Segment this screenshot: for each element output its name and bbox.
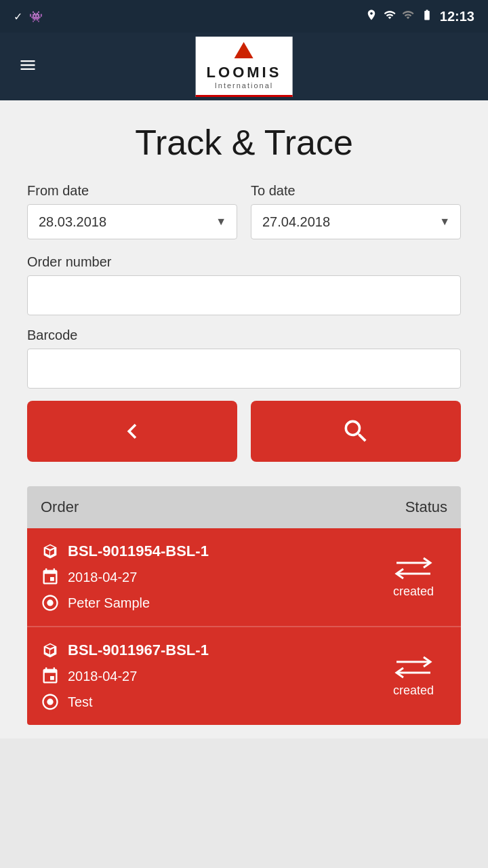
- status-label: created: [393, 585, 434, 599]
- page-title: Track & Trace: [27, 122, 461, 163]
- order-id-text: BSL-9011954-BSL-1: [68, 542, 209, 560]
- order-info-2: BSL-9011967-BSL-1 2018-04-27 Test: [41, 641, 380, 711]
- to-date-field: To date 27.04.2018: [251, 183, 461, 239]
- from-date-label: From date: [27, 183, 237, 199]
- logo-triangle: [235, 42, 253, 58]
- results-table: Order Status BSL-9011954-BSL-1 2018-04-2…: [27, 486, 461, 725]
- status-label-2: created: [393, 684, 434, 698]
- order-name-text: Peter Sample: [68, 595, 150, 611]
- order-info: BSL-9011954-BSL-1 2018-04-27 Peter Sampl…: [41, 542, 380, 612]
- barcode-field: Barcode: [27, 328, 461, 389]
- order-number-input[interactable]: [27, 275, 461, 315]
- order-date-line-2: 2018-04-27: [41, 667, 380, 686]
- package-icon: [41, 542, 60, 561]
- search-icon: [341, 416, 371, 446]
- transfer-arrows-icon-2: [393, 655, 434, 679]
- back-button[interactable]: [27, 401, 237, 462]
- date-row: From date 28.03.2018 To date 27.04.2018: [27, 183, 461, 239]
- alien-icon: 👾: [29, 10, 43, 23]
- transfer-arrows-icon: [393, 556, 434, 580]
- svg-point-3: [47, 698, 53, 705]
- table-row[interactable]: BSL-9011967-BSL-1 2018-04-27 Test: [27, 627, 461, 725]
- notification-icons: ✓ 👾: [14, 10, 43, 23]
- from-date-select[interactable]: 28.03.2018: [27, 204, 237, 239]
- order-id-line-2: BSL-9011967-BSL-1: [41, 641, 380, 660]
- order-date-text-2: 2018-04-27: [68, 669, 137, 684]
- order-date-text: 2018-04-27: [68, 570, 137, 585]
- system-icons: 12:13: [365, 9, 474, 24]
- order-name-line-2: Test: [41, 692, 380, 711]
- calendar-icon: [41, 568, 60, 587]
- order-number-field: Order number: [27, 254, 461, 315]
- target-icon-2: [41, 692, 60, 711]
- barcode-input[interactable]: [27, 349, 461, 389]
- target-icon: [41, 593, 60, 612]
- signal-icon: [402, 9, 414, 24]
- to-date-label: To date: [251, 183, 461, 199]
- order-name-line: Peter Sample: [41, 593, 380, 612]
- from-date-wrapper: 28.03.2018: [27, 204, 237, 239]
- svg-point-0: [47, 599, 53, 606]
- calendar-icon-2: [41, 667, 60, 686]
- wifi-icon: [383, 9, 396, 24]
- table-header: Order Status: [27, 486, 461, 528]
- location-icon: [365, 9, 378, 24]
- clock: 12:13: [440, 9, 474, 24]
- action-buttons: [27, 401, 461, 462]
- search-button[interactable]: [251, 401, 461, 462]
- from-date-field: From date 28.03.2018: [27, 183, 237, 239]
- status-bar: ✓ 👾 12:13: [0, 0, 488, 33]
- order-name-text-2: Test: [68, 694, 93, 710]
- back-icon: [117, 416, 147, 446]
- logo-sub: International: [207, 81, 282, 90]
- check-icon: ✓: [14, 10, 22, 23]
- table-header-order: Order: [41, 498, 79, 516]
- battery-icon: [420, 9, 434, 24]
- logo: LOOMIS International: [196, 37, 293, 97]
- main-content: Track & Trace From date 28.03.2018 To da…: [0, 100, 488, 738]
- order-id-text-2: BSL-9011967-BSL-1: [68, 642, 209, 659]
- order-number-label: Order number: [27, 254, 461, 270]
- menu-button[interactable]: [16, 56, 39, 78]
- package-icon-2: [41, 641, 60, 660]
- to-date-select[interactable]: 27.04.2018: [251, 204, 461, 239]
- order-id-line: BSL-9011954-BSL-1: [41, 542, 380, 561]
- status-section-2: created: [380, 655, 447, 698]
- barcode-label: Barcode: [27, 328, 461, 343]
- table-row[interactable]: BSL-9011954-BSL-1 2018-04-27 Peter Sampl…: [27, 528, 461, 627]
- navbar: LOOMIS International: [0, 33, 488, 100]
- to-date-wrapper: 27.04.2018: [251, 204, 461, 239]
- status-section: created: [380, 556, 447, 599]
- logo-text: LOOMIS: [207, 64, 282, 81]
- order-date-line: 2018-04-27: [41, 568, 380, 587]
- table-header-status: Status: [405, 498, 447, 516]
